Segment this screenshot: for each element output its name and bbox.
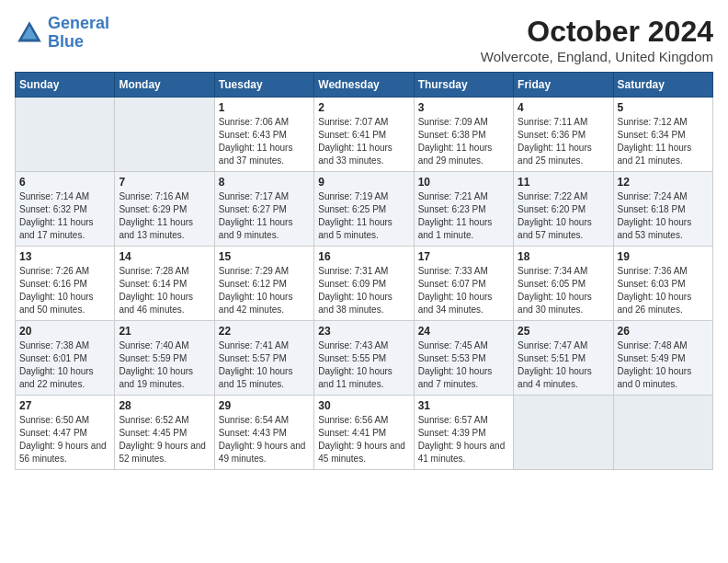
calendar-cell: 12Sunrise: 7:24 AM Sunset: 6:18 PM Dayli… <box>613 172 712 247</box>
day-detail: Sunrise: 7:48 AM Sunset: 5:49 PM Dayligh… <box>618 339 709 391</box>
day-detail: Sunrise: 7:28 AM Sunset: 6:14 PM Dayligh… <box>119 265 210 316</box>
day-number: 7 <box>119 176 210 189</box>
day-number: 26 <box>618 325 709 338</box>
calendar-cell: 5Sunrise: 7:12 AM Sunset: 6:34 PM Daylig… <box>613 98 712 172</box>
day-number: 9 <box>318 176 409 189</box>
day-number: 24 <box>418 325 509 338</box>
calendar-cell: 3Sunrise: 7:09 AM Sunset: 6:38 PM Daylig… <box>414 98 513 172</box>
month-title: October 2024 <box>481 15 713 49</box>
calendar-header: SundayMondayTuesdayWednesdayThursdayFrid… <box>16 73 713 98</box>
logo-icon <box>15 18 44 48</box>
calendar-cell: 6Sunrise: 7:14 AM Sunset: 6:32 PM Daylig… <box>16 172 115 247</box>
calendar-cell <box>514 396 613 470</box>
day-detail: Sunrise: 7:47 AM Sunset: 5:51 PM Dayligh… <box>518 339 609 391</box>
header-row: SundayMondayTuesdayWednesdayThursdayFrid… <box>16 73 713 98</box>
logo-line1: General <box>48 14 109 32</box>
day-number: 14 <box>119 250 210 263</box>
day-detail: Sunrise: 6:57 AM Sunset: 4:39 PM Dayligh… <box>418 414 509 465</box>
logo-line2: Blue <box>48 32 84 51</box>
day-detail: Sunrise: 7:11 AM Sunset: 6:36 PM Dayligh… <box>518 116 609 167</box>
day-detail: Sunrise: 7:16 AM Sunset: 6:29 PM Dayligh… <box>119 190 210 242</box>
calendar-cell: 25Sunrise: 7:47 AM Sunset: 5:51 PM Dayli… <box>514 321 613 396</box>
calendar-cell: 18Sunrise: 7:34 AM Sunset: 6:05 PM Dayli… <box>514 247 613 321</box>
day-number: 28 <box>119 399 210 412</box>
weekday-header: Thursday <box>414 73 513 98</box>
calendar-cell: 21Sunrise: 7:40 AM Sunset: 5:59 PM Dayli… <box>115 321 214 396</box>
calendar-cell: 11Sunrise: 7:22 AM Sunset: 6:20 PM Dayli… <box>514 172 613 247</box>
calendar-cell: 9Sunrise: 7:19 AM Sunset: 6:25 PM Daylig… <box>314 172 414 247</box>
day-number: 29 <box>219 399 310 412</box>
calendar-cell: 24Sunrise: 7:45 AM Sunset: 5:53 PM Dayli… <box>414 321 513 396</box>
calendar-week-row: 27Sunrise: 6:50 AM Sunset: 4:47 PM Dayli… <box>16 396 713 470</box>
day-detail: Sunrise: 6:50 AM Sunset: 4:47 PM Dayligh… <box>19 414 110 465</box>
day-detail: Sunrise: 7:36 AM Sunset: 6:03 PM Dayligh… <box>618 265 709 316</box>
calendar-cell: 28Sunrise: 6:52 AM Sunset: 4:45 PM Dayli… <box>115 396 214 470</box>
day-number: 19 <box>618 250 709 263</box>
day-number: 25 <box>518 325 609 338</box>
calendar-body: 1Sunrise: 7:06 AM Sunset: 6:43 PM Daylig… <box>16 98 713 470</box>
calendar-week-row: 20Sunrise: 7:38 AM Sunset: 6:01 PM Dayli… <box>16 321 713 396</box>
day-detail: Sunrise: 7:40 AM Sunset: 5:59 PM Dayligh… <box>119 339 210 391</box>
weekday-header: Tuesday <box>214 73 313 98</box>
day-detail: Sunrise: 7:09 AM Sunset: 6:38 PM Dayligh… <box>418 116 509 167</box>
page-header: General Blue October 2024 Wolvercote, En… <box>15 15 713 64</box>
day-number: 18 <box>518 250 609 263</box>
calendar-cell: 29Sunrise: 6:54 AM Sunset: 4:43 PM Dayli… <box>214 396 313 470</box>
day-number: 3 <box>418 101 509 114</box>
calendar-cell: 15Sunrise: 7:29 AM Sunset: 6:12 PM Dayli… <box>214 247 313 321</box>
day-detail: Sunrise: 7:22 AM Sunset: 6:20 PM Dayligh… <box>518 190 609 242</box>
day-detail: Sunrise: 7:34 AM Sunset: 6:05 PM Dayligh… <box>518 265 609 316</box>
calendar-week-row: 6Sunrise: 7:14 AM Sunset: 6:32 PM Daylig… <box>16 172 713 247</box>
day-number: 12 <box>618 176 709 189</box>
day-number: 31 <box>418 399 509 412</box>
calendar-week-row: 1Sunrise: 7:06 AM Sunset: 6:43 PM Daylig… <box>16 98 713 172</box>
calendar-cell: 30Sunrise: 6:56 AM Sunset: 4:41 PM Dayli… <box>314 396 414 470</box>
day-number: 8 <box>219 176 310 189</box>
day-detail: Sunrise: 7:07 AM Sunset: 6:41 PM Dayligh… <box>318 116 409 167</box>
day-number: 10 <box>418 176 509 189</box>
day-detail: Sunrise: 7:29 AM Sunset: 6:12 PM Dayligh… <box>219 265 310 316</box>
day-number: 16 <box>318 250 409 263</box>
calendar-cell <box>16 98 115 172</box>
calendar-cell: 8Sunrise: 7:17 AM Sunset: 6:27 PM Daylig… <box>214 172 313 247</box>
day-detail: Sunrise: 7:19 AM Sunset: 6:25 PM Dayligh… <box>318 190 409 242</box>
day-detail: Sunrise: 7:33 AM Sunset: 6:07 PM Dayligh… <box>418 265 509 316</box>
calendar-cell: 4Sunrise: 7:11 AM Sunset: 6:36 PM Daylig… <box>514 98 613 172</box>
day-number: 15 <box>219 250 310 263</box>
calendar-cell: 10Sunrise: 7:21 AM Sunset: 6:23 PM Dayli… <box>414 172 513 247</box>
day-number: 23 <box>318 325 409 338</box>
calendar-table: SundayMondayTuesdayWednesdayThursdayFrid… <box>15 72 713 470</box>
title-block: October 2024 Wolvercote, England, United… <box>481 15 713 64</box>
weekday-header: Saturday <box>613 73 712 98</box>
calendar-cell: 20Sunrise: 7:38 AM Sunset: 6:01 PM Dayli… <box>16 321 115 396</box>
calendar-cell: 16Sunrise: 7:31 AM Sunset: 6:09 PM Dayli… <box>314 247 414 321</box>
calendar-cell: 27Sunrise: 6:50 AM Sunset: 4:47 PM Dayli… <box>16 396 115 470</box>
calendar-cell: 14Sunrise: 7:28 AM Sunset: 6:14 PM Dayli… <box>115 247 214 321</box>
day-number: 11 <box>518 176 609 189</box>
weekday-header: Sunday <box>16 73 115 98</box>
logo: General Blue <box>15 15 109 52</box>
day-number: 4 <box>518 101 609 114</box>
day-detail: Sunrise: 7:26 AM Sunset: 6:16 PM Dayligh… <box>19 265 110 316</box>
day-number: 17 <box>418 250 509 263</box>
calendar-cell: 26Sunrise: 7:48 AM Sunset: 5:49 PM Dayli… <box>613 321 712 396</box>
day-number: 30 <box>318 399 409 412</box>
day-detail: Sunrise: 7:41 AM Sunset: 5:57 PM Dayligh… <box>219 339 310 391</box>
weekday-header: Wednesday <box>314 73 414 98</box>
day-number: 20 <box>19 325 110 338</box>
day-detail: Sunrise: 7:45 AM Sunset: 5:53 PM Dayligh… <box>418 339 509 391</box>
calendar-cell: 23Sunrise: 7:43 AM Sunset: 5:55 PM Dayli… <box>314 321 414 396</box>
day-number: 2 <box>318 101 409 114</box>
day-detail: Sunrise: 7:43 AM Sunset: 5:55 PM Dayligh… <box>318 339 409 391</box>
calendar-week-row: 13Sunrise: 7:26 AM Sunset: 6:16 PM Dayli… <box>16 247 713 321</box>
day-number: 27 <box>19 399 110 412</box>
day-detail: Sunrise: 6:54 AM Sunset: 4:43 PM Dayligh… <box>219 414 310 465</box>
day-detail: Sunrise: 7:24 AM Sunset: 6:18 PM Dayligh… <box>618 190 709 242</box>
day-number: 6 <box>19 176 110 189</box>
calendar-cell: 19Sunrise: 7:36 AM Sunset: 6:03 PM Dayli… <box>613 247 712 321</box>
day-detail: Sunrise: 7:21 AM Sunset: 6:23 PM Dayligh… <box>418 190 509 242</box>
calendar-cell: 31Sunrise: 6:57 AM Sunset: 4:39 PM Dayli… <box>414 396 513 470</box>
day-number: 5 <box>618 101 709 114</box>
day-detail: Sunrise: 7:31 AM Sunset: 6:09 PM Dayligh… <box>318 265 409 316</box>
calendar-cell: 22Sunrise: 7:41 AM Sunset: 5:57 PM Dayli… <box>214 321 313 396</box>
